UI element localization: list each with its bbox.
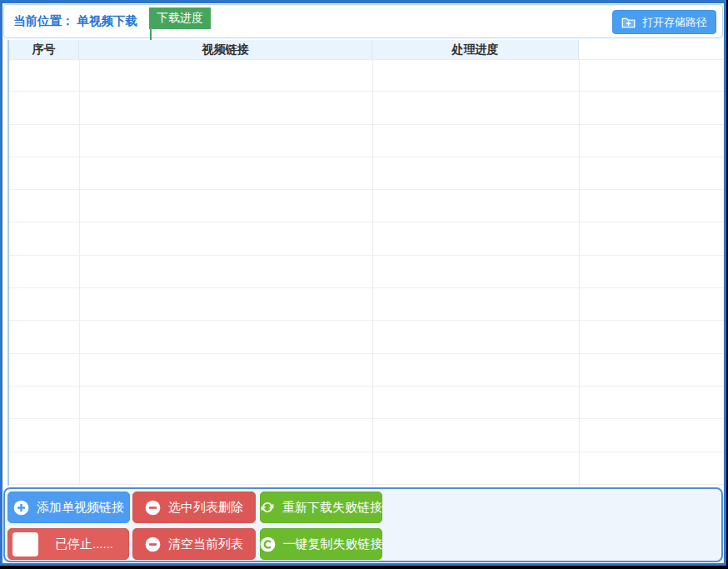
column-header-index: 序号 bbox=[9, 40, 79, 59]
stopped-status-button[interactable]: 已停止...... bbox=[7, 528, 129, 560]
column-header-video-link: 视频链接 bbox=[79, 40, 372, 59]
stopped-status-label: 已停止...... bbox=[55, 537, 113, 552]
current-location-label: 当前位置： 单视频下载 bbox=[13, 5, 137, 37]
plus-circle-icon bbox=[13, 500, 29, 516]
open-storage-path-button[interactable]: 打开存储路径 bbox=[612, 10, 716, 34]
copy-circle-icon bbox=[260, 537, 276, 552]
table-body bbox=[9, 59, 724, 486]
column-divider bbox=[579, 59, 580, 486]
clear-list-label: 清空当前列表 bbox=[168, 537, 243, 552]
status-indicator-box bbox=[12, 532, 38, 557]
table-row bbox=[9, 157, 724, 190]
copy-failed-label: 一键复制失败链接 bbox=[283, 537, 383, 552]
open-storage-path-label: 打开存储路径 bbox=[642, 15, 707, 30]
tab-download-progress[interactable]: 下载进度 bbox=[149, 7, 211, 29]
table-row bbox=[9, 222, 724, 255]
minus-circle-icon bbox=[145, 500, 161, 516]
add-single-video-label: 添加单视频链接 bbox=[37, 500, 124, 516]
column-header-progress: 处理进度 bbox=[372, 40, 579, 59]
add-single-video-button[interactable]: 添加单视频链接 bbox=[7, 492, 130, 523]
video-table: 序号 视频链接 处理进度 bbox=[7, 40, 724, 486]
top-bar: 当前位置： 单视频下载 下载进度 打开存储路径 bbox=[3, 4, 723, 38]
copy-failed-button[interactable]: 一键复制失败链接 bbox=[260, 528, 382, 560]
table-row bbox=[9, 354, 724, 387]
table-row bbox=[9, 452, 724, 485]
delete-selected-button[interactable]: 选中列表删除 bbox=[132, 492, 256, 523]
minus-circle-icon bbox=[145, 537, 161, 552]
table-row bbox=[9, 59, 724, 92]
column-divider bbox=[79, 59, 80, 486]
table-row bbox=[9, 256, 724, 288]
tab-download-progress-group: 下载进度 bbox=[149, 7, 211, 44]
table-row bbox=[9, 288, 724, 321]
table-row bbox=[9, 321, 724, 353]
retry-failed-button[interactable]: 重新下载失败链接 bbox=[260, 492, 382, 523]
table-row bbox=[9, 92, 724, 124]
table-header: 序号 视频链接 处理进度 bbox=[9, 40, 724, 60]
table-row bbox=[9, 419, 724, 452]
column-divider bbox=[372, 59, 373, 486]
folder-plus-icon bbox=[621, 17, 636, 28]
app-window: 当前位置： 单视频下载 下载进度 打开存储路径 序号 视频链接 处理 bbox=[0, 0, 726, 566]
table-row bbox=[9, 387, 724, 419]
delete-selected-label: 选中列表删除 bbox=[168, 500, 243, 516]
action-panel: 添加单视频链接 选中列表删除 重新下载失败链 bbox=[3, 487, 723, 562]
table-row bbox=[9, 125, 724, 157]
clear-list-button[interactable]: 清空当前列表 bbox=[132, 528, 256, 560]
screen: 当前位置： 单视频下载 下载进度 打开存储路径 序号 视频链接 处理 bbox=[0, 0, 728, 569]
table-row bbox=[9, 190, 724, 222]
refresh-icon bbox=[260, 500, 275, 515]
retry-failed-label: 重新下载失败链接 bbox=[282, 500, 382, 516]
